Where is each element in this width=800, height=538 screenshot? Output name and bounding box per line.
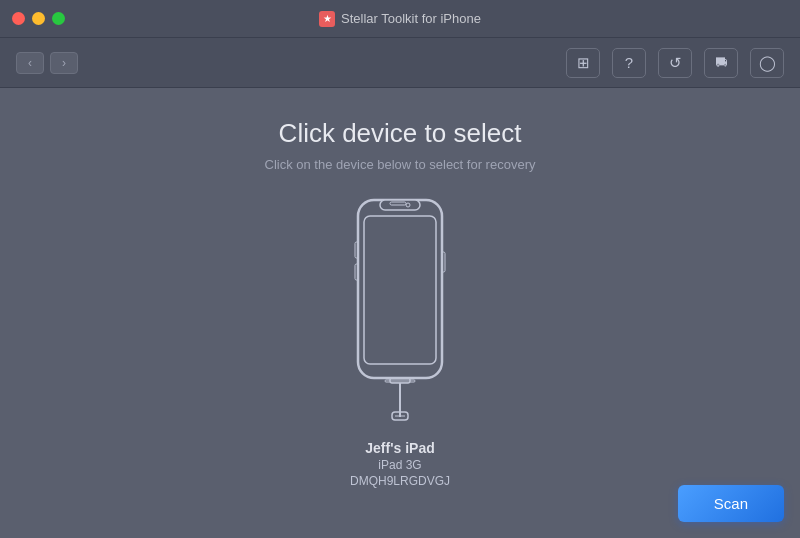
device-illustration [340,192,460,432]
help-icon: ? [625,54,633,71]
refresh-icon: ↺ [669,54,682,72]
title-text: ★ Stellar Toolkit for iPhone [319,11,481,27]
toolbar: ‹ › ⊞ ? ↺ ⛟ ◯ [0,38,800,88]
forward-icon: › [62,56,66,70]
scan-button[interactable]: Scan [678,485,784,522]
app-icon: ★ [319,11,335,27]
help-icon-button[interactable]: ? [612,48,646,78]
svg-rect-6 [355,242,358,258]
account-icon-button[interactable]: ◯ [750,48,784,78]
device-selector[interactable]: Jeff's iPad iPad 3G DMQH9LRGDVGJ [340,192,460,488]
svg-rect-8 [442,252,445,272]
svg-rect-0 [358,200,442,378]
device-model: iPad 3G [378,458,421,472]
refresh-icon-button[interactable]: ↺ [658,48,692,78]
minimize-button[interactable] [32,12,45,25]
back-icon: ‹ [28,56,32,70]
traffic-lights [12,12,65,25]
forward-button[interactable]: › [50,52,78,74]
account-icon: ◯ [759,54,776,72]
toolbar-icons: ⊞ ? ↺ ⛟ ◯ [566,48,784,78]
device-serial: DMQH9LRGDVGJ [350,474,450,488]
nav-buttons: ‹ › [16,52,78,74]
close-button[interactable] [12,12,25,25]
svg-rect-7 [355,264,358,280]
window-title: Stellar Toolkit for iPhone [341,11,481,26]
svg-rect-1 [364,216,436,364]
title-bar: ★ Stellar Toolkit for iPhone [0,0,800,38]
back-button[interactable]: ‹ [16,52,44,74]
page-title: Click device to select [279,118,522,149]
maximize-button[interactable] [52,12,65,25]
cart-icon: ⛟ [715,55,728,70]
main-content: Click device to select Click on the devi… [0,88,800,538]
cart-icon-button[interactable]: ⛟ [704,48,738,78]
grid-icon-button[interactable]: ⊞ [566,48,600,78]
page-subtitle: Click on the device below to select for … [265,157,536,172]
grid-icon: ⊞ [577,54,590,72]
device-name: Jeff's iPad [365,440,434,456]
